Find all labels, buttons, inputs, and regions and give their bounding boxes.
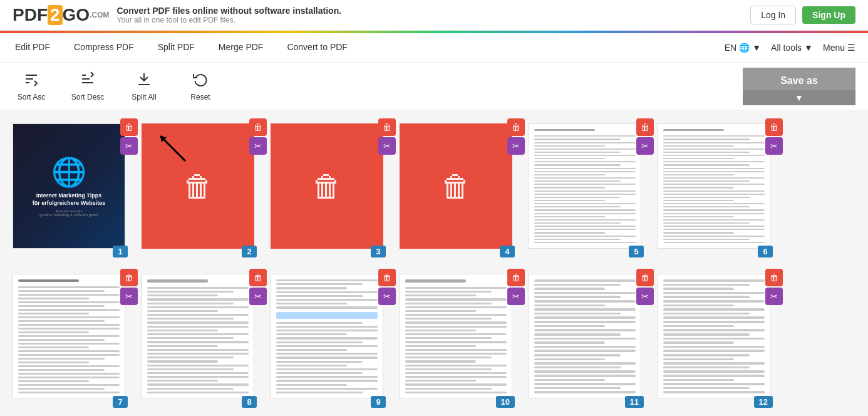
page-3-actions: 🗑 ✂ [378, 118, 396, 155]
page-4-delete-button[interactable]: 🗑 [507, 118, 525, 136]
trash-icon: 🗑 [254, 273, 262, 283]
trash-icon: 🗑 [512, 122, 520, 132]
nav-edit-pdf[interactable]: Edit PDF [13, 33, 53, 62]
trash-icon: 🗑 [125, 273, 133, 283]
page-8-number: 8 [242, 396, 257, 408]
scissors-icon: ✂ [254, 291, 262, 301]
page-card-2: 🗑 🗑 ✂ 2 [142, 123, 261, 261]
split-all-icon [137, 71, 152, 90]
page-1-delete-button[interactable]: 🗑 [120, 118, 138, 136]
scissors-icon: ✂ [512, 291, 520, 301]
language-selector[interactable]: EN 🌐 ▼ [725, 43, 761, 53]
alltools-chevron-icon: ▼ [804, 43, 813, 53]
trash-icon: 🗑 [254, 122, 262, 132]
page-11-delete-button[interactable]: 🗑 [636, 269, 654, 286]
page-thumbnail-12 [658, 274, 770, 399]
page-4-scissors-button[interactable]: ✂ [507, 137, 525, 155]
all-tools-label: All tools [771, 43, 802, 53]
page-12-scissors-button[interactable]: ✂ [765, 288, 783, 305]
page-6-text-content [658, 124, 770, 248]
page-8-actions: 🗑 ✂ [249, 269, 267, 305]
page-6-scissors-button[interactable]: ✂ [765, 137, 783, 155]
page-5-scissors-button[interactable]: ✂ [636, 137, 654, 155]
page-12-number: 12 [754, 396, 773, 408]
scissors-icon: ✂ [125, 291, 133, 301]
page-8-delete-button[interactable]: 🗑 [249, 269, 267, 286]
tagline-sub: Your all in one tool to edit PDF files. [116, 16, 341, 24]
page-4-actions: 🗑 ✂ [507, 118, 525, 155]
scissors-icon: ✂ [383, 291, 391, 301]
page-thumbnail-7 [13, 274, 125, 399]
svg-line-8 [160, 136, 185, 161]
page-2-actions: 🗑 ✂ [249, 118, 267, 155]
menu-label: Menu [823, 43, 845, 53]
sort-asc-label: Sort Asc [18, 93, 46, 101]
page-5-delete-button[interactable]: 🗑 [636, 118, 654, 136]
save-as-button[interactable]: Save as ▼ [743, 68, 855, 105]
svg-marker-9 [160, 136, 167, 142]
scissors-icon: ✂ [125, 141, 133, 151]
pages-row-1: 🌐 Internet Marketing Tippsfür erfolgreic… [13, 123, 855, 261]
page-5-actions: 🗑 ✂ [636, 118, 654, 155]
globe-icon: 🌐 [739, 43, 750, 53]
all-tools-dropdown[interactable]: All tools ▼ [771, 43, 813, 53]
split-all-label: Split All [132, 93, 156, 101]
page-6-number: 6 [758, 246, 773, 257]
page-3-delete-button[interactable]: 🗑 [378, 118, 396, 136]
page-10-text-content [400, 274, 512, 398]
page-10-number: 10 [496, 396, 515, 408]
login-button[interactable]: Log In [750, 6, 796, 24]
page-8-scissors-button[interactable]: ✂ [249, 288, 267, 305]
page-10-delete-button[interactable]: 🗑 [507, 269, 525, 286]
page-1-scissors-button[interactable]: ✂ [120, 137, 138, 155]
nav-convert-to-pdf[interactable]: Convert to PDF [284, 33, 349, 62]
reset-icon [193, 71, 208, 90]
page-9-actions: 🗑 ✂ [378, 269, 396, 305]
reset-label: Reset [190, 93, 210, 101]
tagline: Convert PDF files online without softwar… [116, 6, 341, 24]
page-12-delete-button[interactable]: 🗑 [765, 269, 783, 286]
page-2-delete-button[interactable]: 🗑 [249, 118, 267, 136]
page-12-actions: 🗑 ✂ [765, 269, 783, 305]
sort-desc-button[interactable]: Sort Desc [69, 71, 106, 101]
page-thumbnail-5 [529, 123, 641, 249]
page-2-scissors-button[interactable]: ✂ [249, 137, 267, 155]
page-7-scissors-button[interactable]: ✂ [120, 288, 138, 305]
menu-button[interactable]: Menu ☰ [823, 43, 855, 53]
sort-asc-button[interactable]: Sort Asc [13, 71, 50, 101]
page-5-number: 5 [629, 246, 644, 257]
page-6-delete-button[interactable]: 🗑 [765, 118, 783, 136]
page-10-scissors-button[interactable]: ✂ [507, 288, 525, 305]
page-thumbnail-9 [271, 274, 383, 399]
cover-author: Michael Gandinigandini marketing & softw… [39, 209, 98, 217]
signup-button[interactable]: Sign Up [802, 6, 855, 24]
reset-button[interactable]: Reset [182, 71, 219, 101]
pages-row-2: // Will be rendered below via static HTM… [13, 274, 855, 412]
logo-go: GO [63, 5, 90, 25]
page-card-4: 🗑 🗑 ✂ 4 [400, 123, 519, 261]
logo-pdf: PDF [13, 5, 48, 25]
page-12-text-content [658, 274, 770, 398]
scissors-icon: ✂ [770, 291, 778, 301]
page-6-actions: 🗑 ✂ [765, 118, 783, 155]
page-11-scissors-button[interactable]: ✂ [636, 288, 654, 305]
split-all-button[interactable]: Split All [125, 71, 163, 101]
page-card-6: 🗑 ✂ 6 [658, 123, 777, 261]
page-3-scissors-button[interactable]: ✂ [378, 137, 396, 155]
page-thumbnail-1: 🌐 Internet Marketing Tippsfür erfolgreic… [13, 123, 125, 249]
cover-content: 🌐 Internet Marketing Tippsfür erfolgreic… [13, 124, 125, 248]
nav-merge-pdf[interactable]: Merge PDF [216, 33, 266, 62]
nav-right: EN 🌐 ▼ All tools ▼ Menu ☰ [725, 43, 855, 53]
scissors-icon: ✂ [512, 141, 520, 151]
page-card-5: 🗑 ✂ 5 [529, 123, 648, 261]
page-9-scissors-button[interactable]: ✂ [378, 288, 396, 305]
trash-icon: 🗑 [512, 273, 520, 283]
page-card-12: 🗑 ✂ 12 [658, 274, 777, 412]
page-4-number: 4 [500, 246, 515, 257]
toolbar-left: Sort Asc Sort Desc Split Al [13, 71, 219, 101]
page-7-delete-button[interactable]: 🗑 [120, 269, 138, 286]
nav-compress-pdf[interactable]: Compress PDF [71, 33, 137, 62]
highlight-block [276, 312, 378, 319]
page-9-delete-button[interactable]: 🗑 [378, 269, 396, 286]
nav-split-pdf[interactable]: Split PDF [155, 33, 197, 62]
